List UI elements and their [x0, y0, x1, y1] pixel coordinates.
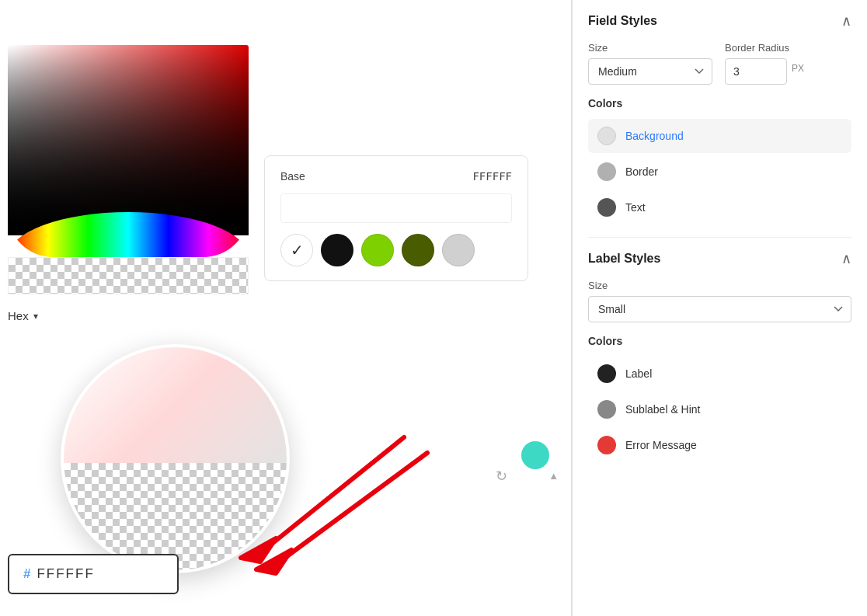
- arrow-up-small-icon[interactable]: ▲: [548, 470, 559, 482]
- swatch-black[interactable]: [321, 234, 353, 266]
- swatch-lightgray[interactable]: [442, 234, 475, 266]
- label-color-dot: [597, 364, 616, 383]
- hash-symbol: #: [23, 566, 30, 582]
- text-color-dot: [597, 198, 616, 217]
- swatches-panel: Base FFFFFF ✓: [264, 155, 528, 281]
- left-panel: Hex ▾ # FFFFFF Base FFFFFF ✓: [0, 0, 571, 616]
- transparency-slider[interactable]: [8, 257, 249, 294]
- border-radius-group: Border Radius PX: [725, 42, 804, 85]
- label-color-label: Label: [625, 367, 652, 380]
- error-color-label: Error Message: [625, 439, 697, 451]
- color-option-label[interactable]: Label: [588, 357, 851, 391]
- color-option-sublabel[interactable]: Sublabel & Hint: [588, 392, 851, 426]
- color-option-text[interactable]: Text: [588, 190, 851, 224]
- hex-format-selector: Hex ▾: [8, 309, 38, 322]
- svg-line-0: [280, 453, 427, 562]
- swatch-color-bar: [280, 193, 512, 223]
- px-unit-label: PX: [790, 63, 804, 81]
- field-styles-collapse-icon[interactable]: ∧: [841, 12, 851, 30]
- border-radius-label: Border Radius: [725, 42, 804, 54]
- label-colors-label: Colors: [588, 335, 851, 347]
- magnifier-circle: [61, 344, 290, 573]
- right-panel: Field Styles ∧ Size Medium Small Large B…: [572, 0, 867, 616]
- border-option-label: Border: [625, 165, 658, 178]
- swatch-base-label: Base: [280, 170, 305, 183]
- size-border-row: Size Medium Small Large Border Radius PX: [588, 42, 851, 85]
- field-styles-header: Field Styles ∧: [588, 12, 851, 30]
- border-radius-input[interactable]: [725, 58, 787, 85]
- background-color-dot: [597, 127, 616, 145]
- svg-marker-1: [256, 550, 291, 573]
- teal-indicator[interactable]: [521, 441, 549, 469]
- hex-dropdown-icon[interactable]: ▾: [33, 311, 38, 322]
- field-colors-label: Colors: [588, 97, 851, 110]
- color-option-border[interactable]: Border: [588, 155, 851, 189]
- label-styles-section: Label Styles ∧ Size Small Medium Large C…: [588, 250, 851, 462]
- swatch-lime[interactable]: [361, 234, 394, 266]
- size-label: Size: [588, 42, 712, 54]
- section-divider-1: [588, 237, 851, 238]
- swatch-check-item[interactable]: ✓: [280, 234, 313, 266]
- size-group: Size Medium Small Large: [588, 42, 712, 85]
- field-styles-title: Field Styles: [588, 14, 657, 28]
- swatch-olive[interactable]: [402, 234, 434, 266]
- background-option-label: Background: [625, 130, 684, 142]
- color-gradient-picker[interactable]: [8, 45, 249, 235]
- swatch-hex-value: FFFFFF: [472, 170, 512, 183]
- border-color-dot: [597, 162, 616, 181]
- label-styles-collapse-icon[interactable]: ∧: [841, 250, 851, 267]
- swatch-circles-row: ✓: [280, 234, 512, 266]
- color-option-background[interactable]: Background: [588, 119, 851, 153]
- text-option-label: Text: [625, 201, 646, 214]
- sublabel-color-dot: [597, 400, 616, 419]
- refresh-icon[interactable]: ↻: [496, 468, 507, 485]
- check-mark-icon: ✓: [291, 241, 304, 259]
- hex-input-box[interactable]: # FFFFFF: [8, 554, 179, 594]
- error-color-dot: [597, 436, 616, 454]
- hex-label: Hex: [8, 309, 29, 322]
- hex-value-display: FFFFFF: [37, 566, 94, 582]
- field-styles-section: Field Styles ∧ Size Medium Small Large B…: [588, 12, 851, 224]
- label-styles-header: Label Styles ∧: [588, 250, 851, 267]
- sublabel-color-label: Sublabel & Hint: [625, 403, 701, 416]
- label-styles-title: Label Styles: [588, 252, 660, 266]
- size-select[interactable]: Medium Small Large: [588, 58, 712, 85]
- label-size-group: Size Small Medium Large: [588, 280, 851, 322]
- label-size-select[interactable]: Small Medium Large: [588, 296, 851, 322]
- color-option-error[interactable]: Error Message: [588, 428, 851, 462]
- label-size-label: Size: [588, 280, 851, 291]
